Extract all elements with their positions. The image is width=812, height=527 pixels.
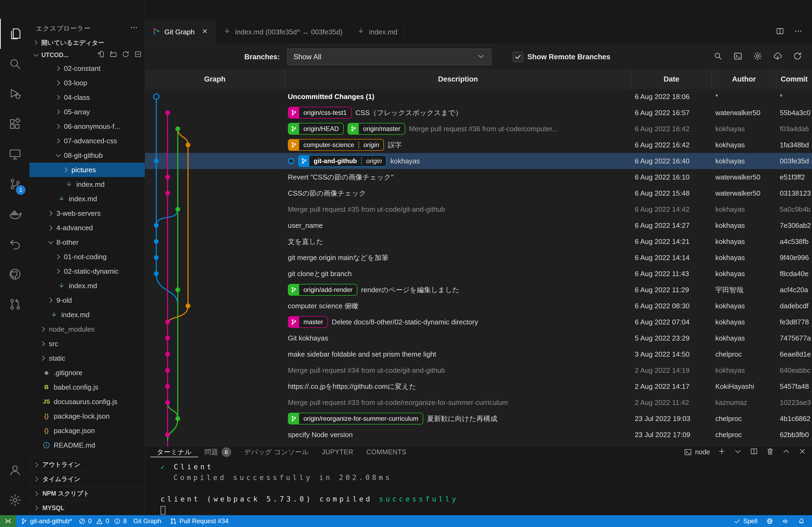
branch-badge[interactable]: origin/HEAD — [288, 123, 344, 135]
tree-item-gitignore[interactable]: ◆.gitignore — [30, 365, 145, 380]
commit-row[interactable]: origin/reorganize-for-summer-curriculum夏… — [145, 410, 812, 427]
section-mysql[interactable]: MYSQL — [30, 501, 145, 515]
chevron-up-button[interactable] — [782, 447, 791, 457]
activity-explorer[interactable] — [0, 19, 29, 49]
section-[interactable]: アウトライン — [30, 457, 145, 472]
more-actions-icon[interactable] — [130, 23, 138, 33]
tree-item-index-md[interactable]: index.md — [30, 278, 145, 293]
section-[interactable]: タイムライン — [30, 472, 145, 486]
close-button[interactable] — [798, 447, 807, 457]
status-pull-request[interactable]: Pull Request #34 — [165, 515, 233, 527]
column-author[interactable]: Author — [712, 70, 776, 88]
activity-pull-requests[interactable] — [0, 289, 29, 319]
search-button[interactable] — [713, 51, 723, 63]
tree-item-08-git-github[interactable]: 08-git-github — [30, 148, 145, 163]
commit-row[interactable]: Revert "CSSの節の画像チェック"6 Aug 2022 16:10wat… — [145, 169, 812, 185]
status-infos[interactable]: 8 — [112, 515, 129, 527]
status-feedback[interactable] — [778, 515, 794, 527]
tree-item-05-array[interactable]: 05-array — [30, 105, 145, 119]
status-spell[interactable]: Spell — [729, 515, 762, 527]
tree-item-9-old[interactable]: 9-old — [30, 293, 145, 307]
workspace-section[interactable]: UTCOD... — [30, 49, 145, 61]
close-tab-button[interactable] — [199, 27, 209, 37]
tree-item-node-modules[interactable]: node_modules — [30, 322, 145, 336]
tab-index-md-003fe35d-003fe35d[interactable]: index.md (003fe35d^ ↔ 003fe35d) — [216, 20, 350, 44]
panel-tab-comments[interactable]: COMMENTS — [360, 447, 413, 457]
commit-row[interactable]: origin/css-test1CSS（フレックスボックスまで）6 Aug 20… — [145, 105, 812, 121]
tree-item-04-class[interactable]: 04-class — [30, 90, 145, 105]
tree-item-babel-config-js[interactable]: Bbabel.config.js — [30, 380, 145, 394]
cloud-download-button[interactable] — [773, 51, 782, 63]
commit-row[interactable]: Merge pull request #34 from ut-code/git-… — [145, 362, 812, 378]
tree-item-src[interactable]: src — [30, 336, 145, 351]
commit-row[interactable]: git-and-githuboriginkokhayas6 Aug 2022 1… — [145, 153, 812, 169]
tree-item-package-json[interactable]: {}package.json — [30, 423, 145, 438]
activity-source-control[interactable]: 1 — [0, 169, 29, 199]
branches-dropdown[interactable]: Show All — [287, 48, 491, 65]
activity-search[interactable] — [0, 49, 29, 79]
branch-badge[interactable]: master — [288, 316, 328, 328]
status-errors[interactable]: 0 — [76, 515, 94, 527]
commit-row[interactable]: 文を直した6 Aug 2022 14:21kokhayasa4c538fb — [145, 234, 812, 250]
refresh-button[interactable] — [793, 51, 802, 63]
remote-indicator[interactable] — [0, 515, 16, 527]
panel-tab-tab[interactable]: 問題8 — [198, 447, 238, 457]
activity-docker[interactable] — [0, 199, 29, 229]
panel-tab-tab[interactable]: ターミナル — [150, 447, 198, 457]
commit-row[interactable]: https://.co.jpをhttps://github.comに変えた2 A… — [145, 378, 812, 394]
status-git-graph[interactable]: Git Graph — [129, 515, 165, 527]
tree-item-pictures[interactable]: pictures — [30, 163, 145, 177]
ellipsis-button[interactable] — [794, 27, 803, 37]
tree-item-static[interactable]: static — [30, 351, 145, 365]
panel-tab-jupyter[interactable]: JUPYTER — [315, 447, 360, 457]
new-file-button[interactable] — [97, 50, 105, 60]
branch-badge[interactable]: origin/reorganize-for-summer-curriculum — [288, 413, 423, 424]
activity-undo[interactable] — [0, 229, 29, 259]
branch-badge[interactable]: origin/add-render — [288, 284, 358, 296]
tree-item-01-not-coding[interactable]: 01-not-coding — [30, 250, 145, 264]
activity-remote-explorer[interactable] — [0, 139, 29, 169]
tree-item-8-other[interactable]: 8-other — [30, 235, 145, 250]
commit-row[interactable]: Merge pull request #33 from ut-code/reor… — [145, 394, 812, 410]
split-editor-button[interactable] — [775, 27, 785, 37]
commit-row[interactable]: computer science 俯瞰6 Aug 2022 08:30kokha… — [145, 298, 812, 314]
panel-tab-tab[interactable]: デバッグ コンソール — [238, 447, 316, 457]
branch-badge[interactable]: git-and-githuborigin — [298, 155, 387, 167]
tree-item-3-web-servers[interactable]: 3-web-servers — [30, 206, 145, 221]
tree-item-index-md[interactable]: index.md — [30, 307, 145, 322]
column-graph[interactable]: Graph — [145, 70, 285, 88]
column-commit[interactable]: Commit — [776, 70, 812, 88]
commit-row[interactable]: masterDelete docs/8-other/02-static-dyna… — [145, 314, 812, 330]
activity-accounts[interactable] — [0, 455, 29, 485]
tree-item-docusaurus-config-js[interactable]: JSdocusaurus.config.js — [30, 394, 145, 409]
branch-badge[interactable]: origin/css-test1 — [288, 107, 351, 119]
open-editors-section[interactable]: 開いているエディター — [30, 36, 145, 49]
commit-row[interactable]: git cloneとgit branch6 Aug 2022 11:43kokh… — [145, 266, 812, 282]
new-folder-button[interactable] — [109, 50, 117, 60]
commit-row[interactable]: Merge pull request #35 from ut-code/git-… — [145, 201, 812, 217]
activity-extensions[interactable] — [0, 109, 29, 139]
terminal-profile[interactable]: node — [684, 448, 710, 456]
commit-row[interactable]: make sidebar foldable and set prism them… — [145, 346, 812, 362]
settings-button[interactable] — [753, 51, 763, 63]
commit-row[interactable]: origin/HEADorigin/masterMerge pull reque… — [145, 121, 812, 137]
terminal-button[interactable] — [733, 51, 743, 63]
commit-row[interactable]: user_name6 Aug 2022 14:27kokhayas7e306ab… — [145, 217, 812, 234]
tree-item-index-md[interactable]: index.md — [30, 192, 145, 206]
tree-item-06-anonymous-f[interactable]: 06-anonymous-f... — [30, 119, 145, 134]
section-npm[interactable]: NPM スクリプト — [30, 486, 145, 501]
status-notifications[interactable] — [794, 515, 809, 527]
commit-row[interactable]: specify Node version23 Jul 2022 17:09che… — [145, 427, 812, 443]
commit-row[interactable]: git merge origin mainなどを加筆6 Aug 2022 14:… — [145, 250, 812, 266]
tab-index-md[interactable]: index.md — [350, 20, 405, 44]
tree-item-readme-md[interactable]: README.md — [30, 438, 145, 452]
show-remote-checkbox[interactable] — [513, 52, 523, 62]
status-warnings[interactable]: 0 — [94, 515, 111, 527]
tree-item-4-advanced[interactable]: 4-advanced — [30, 221, 145, 235]
plus-button[interactable] — [717, 447, 726, 457]
tree-item-02-static-dynamic[interactable]: 02-static-dynamic — [30, 264, 145, 278]
commit-row[interactable]: CSSの節の画像チェック6 Aug 2022 15:48waterwalker5… — [145, 185, 812, 201]
tree-item-03-loop[interactable]: 03-loop — [30, 76, 145, 90]
status-globe[interactable] — [762, 515, 778, 527]
branch-badge[interactable]: computer-scienceorigin — [288, 139, 384, 151]
